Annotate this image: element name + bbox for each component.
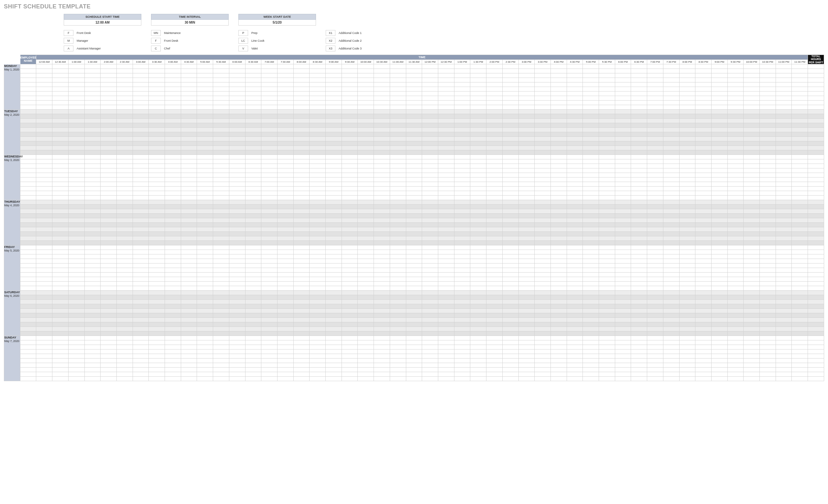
schedule-cell[interactable] bbox=[760, 377, 776, 381]
schedule-cell[interactable] bbox=[374, 87, 390, 91]
schedule-cell[interactable] bbox=[100, 295, 117, 300]
schedule-cell[interactable] bbox=[149, 245, 165, 250]
schedule-cell[interactable] bbox=[213, 96, 229, 100]
employee-cell[interactable] bbox=[20, 169, 36, 173]
schedule-cell[interactable] bbox=[631, 187, 647, 191]
schedule-cell[interactable] bbox=[519, 336, 535, 340]
schedule-cell[interactable] bbox=[277, 232, 293, 236]
schedule-cell[interactable] bbox=[213, 377, 229, 381]
schedule-cell[interactable] bbox=[261, 268, 278, 273]
schedule-cell[interactable] bbox=[326, 100, 342, 105]
schedule-cell[interactable] bbox=[293, 182, 309, 187]
schedule-cell[interactable] bbox=[744, 236, 760, 241]
schedule-cell[interactable] bbox=[277, 264, 293, 268]
schedule-cell[interactable] bbox=[100, 141, 117, 146]
schedule-cell[interactable] bbox=[567, 245, 583, 250]
schedule-cell[interactable] bbox=[197, 169, 213, 173]
schedule-cell[interactable] bbox=[631, 340, 647, 345]
schedule-cell[interactable] bbox=[744, 87, 760, 91]
schedule-cell[interactable] bbox=[36, 223, 52, 227]
schedule-cell[interactable] bbox=[422, 313, 438, 318]
schedule-cell[interactable] bbox=[68, 372, 84, 377]
schedule-cell[interactable] bbox=[358, 313, 374, 318]
schedule-cell[interactable] bbox=[744, 78, 760, 83]
schedule-cell[interactable] bbox=[695, 245, 712, 250]
schedule-cell[interactable] bbox=[599, 236, 615, 241]
schedule-cell[interactable] bbox=[261, 327, 278, 331]
schedule-cell[interactable] bbox=[599, 74, 615, 78]
schedule-cell[interactable] bbox=[599, 119, 615, 123]
schedule-cell[interactable] bbox=[792, 300, 808, 304]
schedule-cell[interactable] bbox=[535, 318, 551, 322]
schedule-cell[interactable] bbox=[245, 173, 261, 178]
schedule-cell[interactable] bbox=[293, 232, 309, 236]
schedule-cell[interactable] bbox=[277, 218, 293, 223]
schedule-cell[interactable] bbox=[487, 119, 503, 123]
schedule-cell[interactable] bbox=[52, 83, 69, 87]
schedule-cell[interactable] bbox=[583, 313, 599, 318]
schedule-cell[interactable] bbox=[519, 273, 535, 277]
schedule-cell[interactable] bbox=[341, 340, 358, 345]
schedule-cell[interactable] bbox=[567, 182, 583, 187]
schedule-cell[interactable] bbox=[406, 255, 422, 259]
schedule-cell[interactable] bbox=[406, 87, 422, 91]
employee-cell[interactable] bbox=[20, 109, 36, 114]
schedule-cell[interactable] bbox=[583, 340, 599, 345]
schedule-cell[interactable] bbox=[116, 354, 133, 359]
schedule-cell[interactable] bbox=[197, 123, 213, 128]
schedule-cell[interactable] bbox=[197, 309, 213, 313]
schedule-cell[interactable] bbox=[181, 327, 197, 331]
schedule-cell[interactable] bbox=[550, 164, 567, 169]
schedule-cell[interactable] bbox=[181, 64, 197, 69]
schedule-cell[interactable] bbox=[245, 128, 261, 132]
schedule-cell[interactable] bbox=[326, 336, 342, 340]
schedule-cell[interactable] bbox=[535, 372, 551, 377]
schedule-cell[interactable] bbox=[245, 255, 261, 259]
schedule-cell[interactable] bbox=[599, 227, 615, 232]
schedule-cell[interactable] bbox=[663, 195, 679, 200]
schedule-cell[interactable] bbox=[52, 291, 69, 295]
schedule-cell[interactable] bbox=[631, 322, 647, 327]
employee-cell[interactable] bbox=[20, 69, 36, 74]
schedule-cell[interactable] bbox=[615, 187, 631, 191]
schedule-cell[interactable] bbox=[390, 255, 406, 259]
schedule-cell[interactable] bbox=[406, 363, 422, 368]
schedule-cell[interactable] bbox=[277, 209, 293, 214]
schedule-cell[interactable] bbox=[487, 300, 503, 304]
schedule-cell[interactable] bbox=[261, 259, 278, 264]
schedule-cell[interactable] bbox=[502, 354, 519, 359]
schedule-cell[interactable] bbox=[695, 309, 712, 313]
schedule-cell[interactable] bbox=[760, 227, 776, 232]
schedule-cell[interactable] bbox=[776, 91, 792, 96]
schedule-cell[interactable] bbox=[567, 359, 583, 363]
schedule-cell[interactable] bbox=[229, 114, 245, 119]
schedule-cell[interactable] bbox=[792, 232, 808, 236]
schedule-cell[interactable] bbox=[663, 105, 679, 109]
schedule-cell[interactable] bbox=[213, 214, 229, 218]
schedule-cell[interactable] bbox=[165, 182, 181, 187]
schedule-cell[interactable] bbox=[487, 241, 503, 245]
schedule-cell[interactable] bbox=[390, 173, 406, 178]
schedule-cell[interactable] bbox=[149, 313, 165, 318]
config-interval-value[interactable]: 30 MIN bbox=[151, 20, 229, 26]
schedule-cell[interactable] bbox=[149, 264, 165, 268]
schedule-cell[interactable] bbox=[341, 200, 358, 204]
schedule-cell[interactable] bbox=[519, 141, 535, 146]
schedule-cell[interactable] bbox=[84, 74, 100, 78]
schedule-cell[interactable] bbox=[165, 295, 181, 300]
schedule-cell[interactable] bbox=[341, 286, 358, 291]
schedule-cell[interactable] bbox=[245, 91, 261, 96]
schedule-cell[interactable] bbox=[728, 340, 744, 345]
schedule-cell[interactable] bbox=[84, 345, 100, 350]
schedule-cell[interactable] bbox=[358, 218, 374, 223]
schedule-cell[interactable] bbox=[277, 150, 293, 155]
schedule-cell[interactable] bbox=[213, 313, 229, 318]
schedule-cell[interactable] bbox=[181, 187, 197, 191]
schedule-cell[interactable] bbox=[663, 78, 679, 83]
schedule-cell[interactable] bbox=[181, 286, 197, 291]
schedule-cell[interactable] bbox=[326, 345, 342, 350]
schedule-cell[interactable] bbox=[84, 209, 100, 214]
schedule-cell[interactable] bbox=[213, 264, 229, 268]
schedule-cell[interactable] bbox=[133, 204, 149, 209]
schedule-cell[interactable] bbox=[519, 236, 535, 241]
